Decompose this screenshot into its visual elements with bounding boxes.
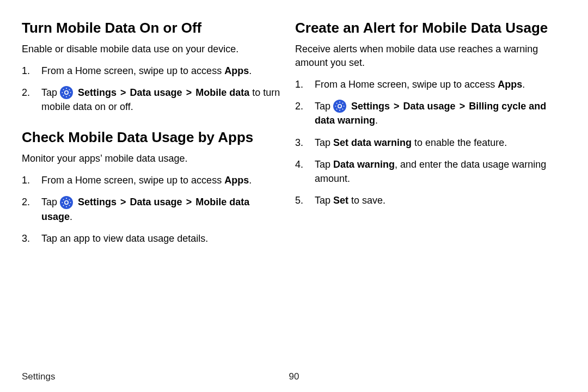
step-text: Tap: [41, 87, 60, 98]
step-item: From a Home screen, swipe up to access A…: [295, 77, 561, 91]
steps-list: From a Home screen, swipe up to access A…: [22, 64, 282, 114]
intro-text: Enable or disable mobile data use on you…: [22, 42, 282, 56]
settings-icon: [60, 86, 73, 99]
step-text: From a Home screen, swipe up to access: [41, 175, 224, 186]
step-text: .: [249, 175, 252, 186]
bold-text: Mobile data: [195, 87, 249, 98]
bold-text: Set data warning: [333, 137, 412, 148]
breadcrumb-sep: >: [182, 87, 196, 98]
step-text: From a Home screen, swipe up to access: [315, 79, 498, 90]
step-text: Tap: [315, 137, 333, 148]
step-text: From a Home screen, swipe up to access: [41, 65, 224, 76]
page-number: 90: [289, 371, 299, 382]
settings-icon: [333, 100, 346, 113]
manual-page: Turn Mobile Data On or Off Enable or dis…: [0, 0, 588, 392]
heading-create-alert: Create an Alert for Mobile Data Usage: [295, 20, 561, 37]
step-item: From a Home screen, swipe up to access A…: [22, 173, 282, 187]
breadcrumb-sep: >: [456, 101, 469, 112]
step-text: to save.: [348, 195, 385, 206]
step-item: Tap Settings > Data usage > Billing cycl…: [295, 99, 561, 127]
step-text: .: [375, 115, 378, 126]
step-text: .: [249, 65, 252, 76]
left-column: Turn Mobile Data On or Off Enable or dis…: [22, 20, 294, 381]
step-item: Tap Settings > Data usage > Mobile data …: [22, 85, 282, 114]
step-item: From a Home screen, swipe up to access A…: [22, 64, 282, 78]
heading-check-usage: Check Mobile Data Usage by Apps: [22, 129, 282, 146]
step-text: Tap: [315, 195, 333, 206]
step-text: .: [70, 211, 72, 222]
bold-text: Data usage: [130, 197, 182, 207]
steps-list: From a Home screen, swipe up to access A…: [22, 173, 282, 246]
bold-text: Settings: [78, 197, 117, 207]
bold-text: Apps: [498, 79, 522, 90]
right-column: Create an Alert for Mobile Data Usage Re…: [294, 20, 566, 381]
step-text: Tap: [315, 159, 333, 170]
step-text: Tap an app to view data usage details.: [41, 233, 208, 244]
footer-section-label: Settings: [22, 371, 55, 382]
step-text: Tap: [41, 197, 60, 207]
bold-text: Set: [333, 195, 348, 206]
breadcrumb-sep: >: [182, 197, 196, 207]
step-item: Tap Settings > Data usage > Mobile data …: [22, 195, 282, 223]
breadcrumb-sep: >: [117, 197, 130, 207]
step-text: to enable the feature.: [412, 137, 507, 148]
bold-text: Data usage: [130, 87, 182, 98]
breadcrumb-sep: >: [117, 87, 130, 98]
bold-text: Data warning: [333, 159, 395, 170]
bold-text: Settings: [78, 87, 117, 98]
bold-text: Apps: [224, 175, 249, 186]
settings-icon: [60, 196, 73, 209]
heading-turn-mobile-data: Turn Mobile Data On or Off: [22, 20, 282, 37]
step-item: Tap Set data warning to enable the featu…: [295, 136, 561, 150]
page-footer: Settings 90: [22, 371, 566, 382]
step-text: Tap: [315, 101, 333, 112]
steps-list: From a Home screen, swipe up to access A…: [295, 77, 561, 207]
step-item: Tap Set to save.: [295, 193, 561, 207]
step-item: Tap an app to view data usage details.: [22, 231, 282, 246]
breadcrumb-sep: >: [390, 101, 403, 112]
bold-text: Apps: [224, 65, 249, 76]
bold-text: Data usage: [403, 101, 456, 112]
intro-text: Monitor your apps’ mobile data usage.: [22, 152, 282, 166]
step-item: Tap Data warning, and enter the data usa…: [295, 157, 561, 186]
intro-text: Receive alerts when mobile data use reac…: [295, 42, 561, 70]
step-text: .: [522, 79, 525, 90]
bold-text: Settings: [351, 101, 390, 112]
